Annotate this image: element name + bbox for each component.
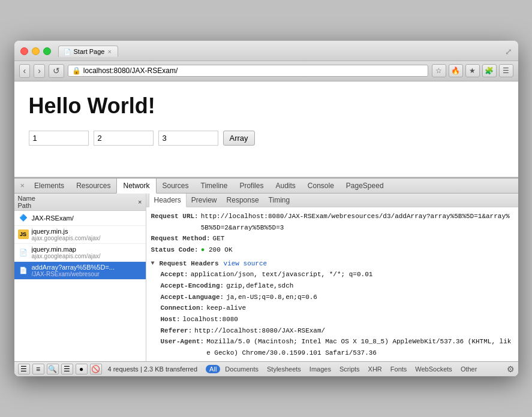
detail-content: Request URL: http://localhost:8080/JAX-R… — [146, 207, 518, 361]
request-headers-section: ▼ Request Headers view source — [151, 258, 513, 270]
connection-label: Connection: — [161, 303, 205, 314]
accept-language-row: Accept-Language: ja,en-US;q=0.8,en;q=0.6 — [161, 292, 513, 303]
input-field-3[interactable] — [158, 131, 218, 146]
maximize-button[interactable] — [43, 47, 51, 55]
x-requested-row: X-Requested-With: XMLHttpRequest — [161, 359, 513, 361]
addarray-name: addArray?array%5B%5D=... — [32, 264, 115, 271]
detail-tab-headers[interactable]: Headers — [149, 194, 187, 207]
star-icon[interactable]: ☆ — [432, 64, 446, 77]
bottom-icon-list[interactable]: ≡ — [32, 364, 44, 374]
form-row: Array — [29, 131, 504, 146]
filter-images[interactable]: Images — [306, 365, 335, 373]
user-agent-value: Mozilla/5.0 (Macintosh; Intel Mac OS X 1… — [206, 336, 513, 358]
bottom-icon-dock[interactable]: ☰ — [18, 364, 30, 374]
flame-icon[interactable]: 🔥 — [449, 64, 463, 77]
filter-xhr[interactable]: XHR — [365, 365, 386, 373]
tab-network[interactable]: Network — [116, 179, 156, 194]
devtools-close-button[interactable]: × — [17, 179, 29, 192]
jquery-map-name: jquery.min.map — [32, 246, 101, 253]
forward-button[interactable]: › — [34, 64, 45, 78]
network-list-close[interactable]: × — [138, 198, 142, 206]
input-field-1[interactable] — [29, 131, 89, 146]
accept-row: Accept: application/json, text/javascrip… — [161, 269, 513, 280]
accept-encoding-row: Accept-Encoding: gzip,deflate,sdch — [161, 280, 513, 292]
bottom-icon-menu2[interactable]: ☰ — [61, 364, 73, 374]
status-code-number: 200 — [209, 246, 221, 253]
status-code-row: Status Code: ● 200 OK — [151, 244, 513, 256]
tab-profiles[interactable]: Profiles — [233, 179, 269, 193]
browser-tab[interactable]: 📄 Start Page × — [58, 46, 118, 57]
view-source-link[interactable]: view source — [224, 258, 267, 270]
accept-encoding-label: Accept-Encoding: — [161, 280, 224, 292]
filter-tabs: All Documents Stylesheets Images Scripts… — [206, 365, 480, 373]
tab-sources[interactable]: Sources — [157, 179, 195, 193]
bottom-status-text: 4 requests | 2.3 KB transferred — [108, 365, 198, 373]
accept-encoding-value: gzip,deflate,sdch — [226, 280, 293, 292]
tab-console[interactable]: Console — [302, 179, 340, 193]
jax-item-name: JAX-RSExam/ — [32, 214, 74, 222]
network-item-jquery-map[interactable]: 📄 jquery.min.map ajax.googleapis.com/aja… — [14, 244, 146, 262]
filter-all[interactable]: All — [206, 365, 220, 373]
bookmark-icon[interactable]: ★ — [465, 64, 480, 77]
devtools-panel: × Elements Resources Network Sources Tim… — [14, 177, 518, 376]
network-list-header: Name Path × — [14, 194, 146, 211]
filter-stylesheets[interactable]: Stylesheets — [263, 365, 305, 373]
bottom-icon-clear[interactable]: 🚫 — [90, 364, 102, 374]
bottom-icon-search[interactable]: 🔍 — [47, 364, 59, 374]
reload-button[interactable]: ↺ — [49, 64, 64, 78]
gear-icon[interactable]: ⚙ — [507, 364, 515, 374]
x-requested-label: X-Requested-With: — [161, 359, 228, 361]
tab-pagespeed[interactable]: PageSpeed — [340, 179, 390, 193]
devtools-body: Name Path × 🔷 JAX-RSExam/ JS jquery.min.… — [14, 194, 518, 361]
traffic-lights — [20, 47, 51, 55]
request-headers-label: Request Headers — [160, 258, 219, 270]
address-bar[interactable]: 🔒 — [68, 65, 428, 77]
tab-close-button[interactable]: × — [107, 48, 111, 55]
jax-item-icon: 🔷 — [18, 213, 29, 223]
host-label: Host: — [161, 314, 181, 325]
request-headers-list: Accept: application/json, text/javascrip… — [151, 269, 513, 361]
tab-favicon: 📄 — [64, 49, 71, 55]
detail-tab-preview[interactable]: Preview — [187, 194, 222, 207]
addarray-text: addArray?array%5B%5D=... /JAX-RSExam/web… — [32, 264, 115, 277]
tab-audits[interactable]: Audits — [269, 179, 301, 193]
jquery-js-text: jquery.min.js ajax.googleapis.com/ajax/ — [32, 228, 101, 241]
tab-elements[interactable]: Elements — [28, 179, 70, 193]
filter-fonts[interactable]: Fonts — [387, 365, 411, 373]
connection-value: keep-alive — [206, 303, 246, 314]
network-item-jquery-js[interactable]: JS jquery.min.js ajax.googleapis.com/aja… — [14, 226, 146, 244]
title-bar: 📄 Start Page × ⤢ — [14, 41, 518, 61]
address-input[interactable] — [83, 67, 424, 75]
detail-tab-response[interactable]: Response — [222, 194, 264, 207]
close-button[interactable] — [20, 47, 28, 55]
bottom-icon-record[interactable]: ● — [76, 364, 88, 374]
filter-scripts[interactable]: Scripts — [336, 365, 363, 373]
jax-item-text: JAX-RSExam/ — [32, 214, 74, 222]
page-title: Hello World! — [29, 93, 504, 119]
jquery-js-icon: JS — [18, 229, 29, 239]
back-button[interactable]: ‹ — [19, 64, 31, 78]
puzzle-icon[interactable]: 🧩 — [482, 64, 497, 77]
referer-row: Referer: http://localhost:8080/JAX-RSExa… — [161, 325, 513, 337]
user-agent-row: User-Agent: Mozilla/5.0 (Macintosh; Inte… — [161, 336, 513, 358]
host-row: Host: localhost:8080 — [161, 314, 513, 325]
minimize-button[interactable] — [32, 47, 40, 55]
filter-documents[interactable]: Documents — [221, 365, 262, 373]
header-name-label: Name — [18, 195, 35, 202]
tab-timeline[interactable]: Timeline — [195, 179, 234, 193]
tab-label: Start Page — [74, 48, 105, 55]
filter-websockets[interactable]: WebSockets — [411, 365, 456, 373]
network-item-addarray[interactable]: 📄 addArray?array%5B%5D=... /JAX-RSExam/w… — [14, 262, 146, 280]
detail-tab-timing[interactable]: Timing — [264, 194, 295, 207]
window-expand-icon[interactable]: ⤢ — [505, 47, 512, 56]
tab-resources[interactable]: Resources — [70, 179, 116, 193]
array-button[interactable]: Array — [223, 131, 255, 146]
network-list-header-name: Name Path — [18, 195, 35, 209]
request-method-label: Request Method: — [151, 233, 211, 244]
menu-icon[interactable]: ☰ — [499, 64, 513, 77]
request-method-row: Request Method: GET — [151, 233, 513, 244]
request-method-value: GET — [213, 233, 225, 244]
filter-other[interactable]: Other — [457, 365, 481, 373]
input-field-2[interactable] — [94, 131, 154, 146]
network-item-jax[interactable]: 🔷 JAX-RSExam/ — [14, 211, 146, 226]
